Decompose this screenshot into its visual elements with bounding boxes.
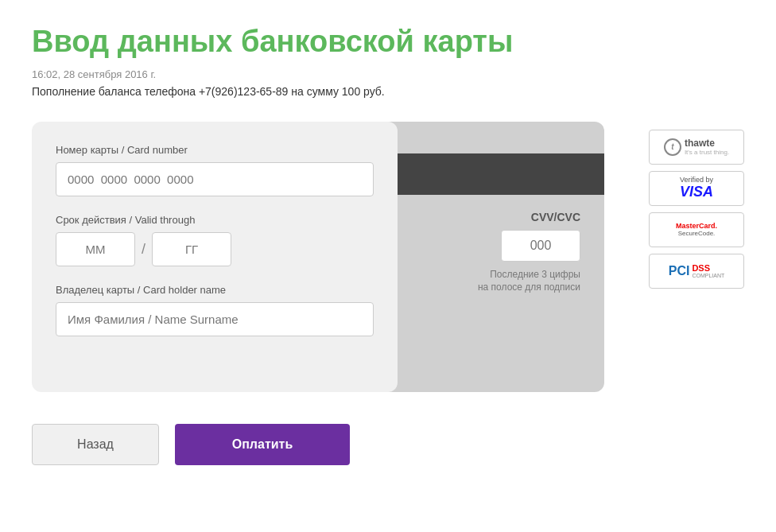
- expiry-slash: /: [142, 241, 146, 258]
- thawte-badge: t thawte It's a trust thing.: [649, 130, 744, 165]
- thawte-label: thawte: [685, 138, 729, 149]
- main-area: Номер карты / Card number Срок действия …: [32, 122, 744, 392]
- holder-input[interactable]: [56, 302, 374, 336]
- cvv-hint: Последние 3 цифрына полосе для подписи: [478, 268, 580, 295]
- security-badges: t thawte It's a trust thing. Verified by…: [649, 130, 744, 289]
- thawte-circle-icon: t: [664, 138, 681, 156]
- pci-main: PCI: [669, 264, 690, 278]
- card-number-label: Номер карты / Card number: [56, 144, 374, 156]
- card-number-group: Номер карты / Card number: [56, 144, 374, 196]
- expiry-label: Срок действия / Valid through: [56, 214, 374, 226]
- pay-button[interactable]: Оплатить: [175, 424, 350, 465]
- holder-group: Владелец карты / Card holder name: [56, 284, 374, 336]
- expiry-year-input[interactable]: [152, 232, 231, 266]
- visa-badge-content: Verified by VISA: [680, 176, 713, 200]
- pci-badge-content: PCI DSS COMPLIANT: [669, 263, 725, 278]
- timestamp: 16:02, 28 сентября 2016 г.: [32, 68, 744, 80]
- cvv-label: CVV/CVC: [531, 211, 580, 223]
- pci-compliant-label: COMPLIANT: [692, 273, 724, 278]
- description: Пополнение баланса телефона +7(926)123-6…: [32, 85, 744, 98]
- expiry-group: Срок действия / Valid through /: [56, 214, 374, 266]
- cvv-area: CVV/CVC Последние 3 цифрына полосе для п…: [366, 195, 604, 311]
- holder-label: Владелец карты / Card holder name: [56, 284, 374, 296]
- expiry-row: /: [56, 232, 374, 266]
- pci-badge: PCI DSS COMPLIANT: [649, 254, 744, 289]
- thawte-badge-content: t thawte It's a trust thing.: [664, 138, 729, 156]
- mastercard-badge-content: MasterCard. SecureCode.: [676, 222, 717, 237]
- thawte-text: thawte It's a trust thing.: [685, 138, 729, 156]
- visa-badge: Verified by VISA: [649, 171, 744, 206]
- card-back-stripe: [366, 153, 604, 195]
- mastercard-main: MasterCard.: [676, 222, 717, 230]
- thawte-sub: It's a trust thing.: [685, 149, 729, 156]
- cvv-input[interactable]: [501, 230, 580, 262]
- pci-dss-content: DSS COMPLIANT: [692, 263, 724, 278]
- card-front: Номер карты / Card number Срок действия …: [32, 122, 398, 392]
- mastercard-badge: MasterCard. SecureCode.: [649, 212, 744, 247]
- visa-verified-top: Verified by: [680, 176, 713, 184]
- card-form-wrapper: Номер карты / Card number Срок действия …: [32, 122, 609, 392]
- pci-dss-label: DSS: [692, 263, 724, 273]
- back-button[interactable]: Назад: [32, 424, 159, 465]
- visa-logo: VISA: [680, 184, 713, 200]
- page-title: Ввод данных банковской карты: [32, 24, 744, 60]
- expiry-month-input[interactable]: [56, 232, 135, 266]
- buttons-row: Назад Оплатить: [32, 424, 744, 465]
- card-number-input[interactable]: [56, 162, 374, 196]
- card-back: CVV/CVC Последние 3 цифрына полосе для п…: [366, 122, 604, 392]
- mastercard-sub: SecureCode.: [678, 230, 716, 237]
